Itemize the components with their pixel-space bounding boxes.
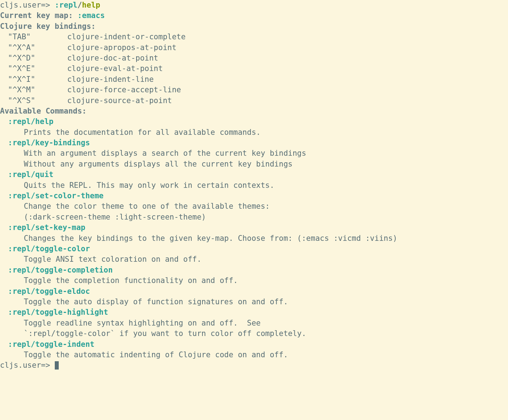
binding-key: "^X^S" [8,96,67,105]
command-name: :repl/toggle-completion [0,265,508,275]
keymap-line: Current key map: :emacs [0,10,508,21]
command-desc: With an argument displays a search of th… [0,148,508,159]
command-desc: Changes the key bindings to the given ke… [0,233,508,244]
binding-desc: clojure-doc-at-point [67,54,158,62]
command-desc: Quits the REPL. This may only work in ce… [0,180,508,191]
command-name: :repl/set-color-theme [0,191,508,201]
command-name: :repl/toggle-indent [0,339,508,350]
cursor-icon [55,361,59,370]
command-desc: Change the color theme to one of the ava… [0,201,508,212]
binding-key: "^X^E" [8,64,67,73]
binding-key: "^X^I" [8,75,67,84]
keymap-label: Current key map: [0,11,77,20]
command-name: :repl/help [0,116,508,127]
command-desc: `:repl/toggle-color` if you want to turn… [0,328,508,339]
command-desc: Toggle the auto display of function sign… [0,297,508,307]
binding-key: "^X^A" [8,43,67,52]
binding-row: "^X^E" clojure-eval-at-point [0,63,508,74]
binding-key: "TAB" [8,32,67,41]
binding-row: "^X^S" clojure-source-at-point [0,96,508,106]
binding-key: "^X^D" [8,54,67,62]
bindings-header: Clojure key bindings: [0,21,508,32]
command-name: :repl/set-key-map [0,222,508,233]
command-name: :repl/toggle-color [0,244,508,254]
command-desc: Toggle the automatic indenting of Clojur… [0,350,508,360]
command-desc: Without any arguments displays all the c… [0,159,508,169]
binding-desc: clojure-apropos-at-point [67,43,176,52]
command-name: :repl/toggle-eldoc [0,286,508,297]
binding-key: "^X^M" [8,85,67,94]
binding-row: "TAB" clojure-indent-or-complete [0,32,508,42]
binding-desc: clojure-force-accept-line [67,85,181,94]
repl-command-name: help [82,1,101,9]
command-name: :repl/toggle-highlight [0,307,508,318]
binding-desc: clojure-indent-line [67,75,153,84]
command-desc: Toggle readline syntax highlighting on a… [0,318,508,328]
command-desc: Toggle the completion functionality on a… [0,275,508,286]
commands-header: Available Commands: [0,106,508,116]
repl-prompt-line-2[interactable]: cljs.user=> [0,360,508,371]
binding-desc: clojure-eval-at-point [67,64,163,73]
repl-prompt-prefix: cljs.user=> [0,1,55,9]
command-desc: Toggle ANSI text coloration on and off. [0,254,508,265]
command-desc: Prints the documentation for all availab… [0,127,508,138]
command-desc: (:dark-screen-theme :light-screen-theme) [0,212,508,222]
repl-command-namespace: :repl [55,1,77,9]
binding-row: "^X^I" clojure-indent-line [0,74,508,85]
repl-prompt-prefix: cljs.user=> [0,361,55,370]
binding-row: "^X^A" clojure-apropos-at-point [0,43,508,53]
repl-command-separator: / [77,1,82,9]
command-name: :repl/quit [0,169,508,180]
keymap-value: :emacs [77,11,105,20]
repl-prompt-line[interactable]: cljs.user=> :repl/help [0,0,508,10]
command-name: :repl/key-bindings [0,138,508,148]
binding-desc: clojure-source-at-point [67,96,172,105]
binding-row: "^X^D" clojure-doc-at-point [0,53,508,63]
binding-row: "^X^M" clojure-force-accept-line [0,85,508,95]
binding-desc: clojure-indent-or-complete [67,32,186,41]
